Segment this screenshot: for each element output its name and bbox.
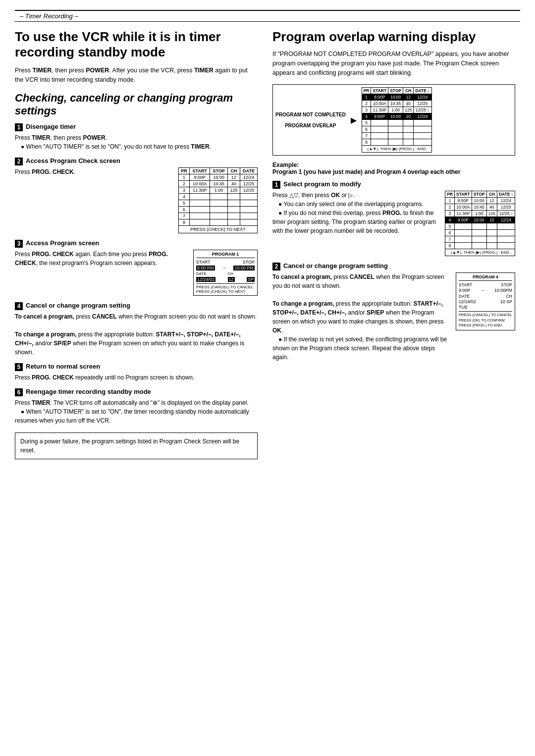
step-6-bullet: When "AUTO TIMER" is set to "ON", the ti… <box>15 408 249 424</box>
step-1-num: 1 <box>15 123 23 131</box>
prog1-title: PROGRAM 1 <box>196 252 255 258</box>
right-step-2: 2 Cancel or change program setting To ca… <box>272 262 515 362</box>
prog4-date-label: DATE <box>459 294 470 299</box>
pnc-text: PROGRAM NOT COMPLETEDPROGRAM OVERLAP <box>275 112 346 128</box>
right-overlap-note: (▲▼), THEN (▶) (PROG.) : END <box>445 249 515 256</box>
prog4-notes: PRESS (CANCEL) TO CANCEL PRESS (OK) TO C… <box>459 311 512 328</box>
prog4-title: PROGRAM 4 <box>459 274 512 281</box>
step-5-title: Return to normal screen <box>26 363 100 370</box>
program1-screen: PROGRAM 1 START STOP 8:00 PM → 10:00 PM … <box>193 250 258 296</box>
col-pr: PR <box>179 167 190 174</box>
right-step-1-bullet2: If you do not mind this overlap, press P… <box>272 210 436 234</box>
prog4-ch-label: CH <box>506 294 512 299</box>
step-3-body: Press PROG. CHECK again. Each time you p… <box>15 250 188 268</box>
step-1-body: Press TIMER, then press POWER. When "AUT… <box>15 133 258 151</box>
prog1-stop-val: 10:00 PM <box>233 266 255 270</box>
note-box-text: During a power failure, the program sett… <box>20 438 239 454</box>
check-table-note: PRESS (CHECK) TO NEXT <box>178 226 258 233</box>
step-3-num: 3 <box>15 240 23 248</box>
step-1: 1 Disengage timer Press TIMER, then pres… <box>15 123 258 151</box>
pnc-arrow: ▶ <box>351 115 357 125</box>
overlap-table: PR START STOP CH DATE ↕ 18:00P10:001212/… <box>362 87 432 146</box>
prog4-arrow: → <box>480 288 484 293</box>
prog1-notes: PRESS (CANCEL) TO CANCELPRESS (CHECK) TO… <box>196 283 255 294</box>
left-column: To use the VCR while it is in timer reco… <box>15 29 258 459</box>
prog1-ch-label: CH <box>228 271 234 276</box>
program4-screen-container: PROGRAM 4 START STOP 9:00P → 10:00PM DAT… <box>456 272 515 330</box>
step-6-body: Press TIMER. The VCR turns off automatic… <box>15 398 258 425</box>
step-2-title: Access Program Check screen <box>26 157 120 164</box>
right-step-1-num: 1 <box>272 181 280 189</box>
step-2-body: Press PROG. CHECK. <box>15 167 173 176</box>
step-2-num: 2 <box>15 158 23 165</box>
prog1-sp-val: SP <box>247 277 255 282</box>
step-1-title: Disengage timer <box>26 123 76 130</box>
col-ch: CH <box>227 167 240 174</box>
overlap-table-note: (▲▼), THEN (▶) (PROG.) : END <box>362 146 432 153</box>
right-overlap-table-container: PR START STOP CH DATE ↕ 18:00P10:001212/… <box>445 191 515 256</box>
example-section: Example: Program 1 (you have just made) … <box>272 162 515 175</box>
right-step-2-title: Cancel or change program setting <box>283 262 388 270</box>
step-6-title: Reengage timer recording standby mode <box>26 388 151 395</box>
step-3-title: Access Program screen <box>26 239 99 247</box>
prog4-date-val: 12/24/02 <box>459 299 476 304</box>
left-section-title: Checking, canceling or changing program … <box>15 92 258 118</box>
step-4-body: To cancel a program, press CANCEL when t… <box>15 312 258 357</box>
example-label: Example: <box>272 162 299 168</box>
right-step-2-body: To cancel a program, press CANCEL when t… <box>272 272 451 362</box>
check-table-container: PR START STOP CH DATE 18:00P10:001212/24… <box>178 167 258 233</box>
col-start: START <box>190 167 210 174</box>
top-banner: – Timer Recording – <box>15 10 520 22</box>
banner-text: – Timer Recording – <box>20 12 78 20</box>
prog1-date-val: 12/24/02 <box>196 277 215 282</box>
step-1-bullet: When "AUTO TIMER" is set to "ON", you do… <box>21 143 211 150</box>
example-text: Program 1 (you have just made) and Progr… <box>272 168 460 175</box>
prog1-ch-val: 12 <box>228 277 235 282</box>
step-6-num: 6 <box>15 388 23 396</box>
prog1-date-label: DATE <box>196 271 207 276</box>
right-main-title: Program overlap warning display <box>272 29 515 45</box>
step-5: 5 Return to normal screen Press PROG. CH… <box>15 363 258 382</box>
right-step-2-bullet: If the overlap is not yet solved, the co… <box>272 336 447 361</box>
right-step-1-body: Press △▽, then press OK or ▷. You can on… <box>272 191 440 235</box>
step-4-num: 4 <box>15 302 23 310</box>
pnc-box: PROGRAM NOT COMPLETEDPROGRAM OVERLAP ▶ P… <box>272 84 515 156</box>
left-main-title: To use the VCR while it is in timer reco… <box>15 29 258 60</box>
prog1-arrow: → <box>222 266 226 270</box>
prog4-ch-val: 10 SP <box>500 299 512 304</box>
step-2: 2 Access Program Check screen Press PROG… <box>15 157 258 233</box>
prog1-start-val: 8:00 PM <box>196 266 215 270</box>
note-box: During a power failure, the program sett… <box>15 432 258 459</box>
step-3: 3 Access Program screen Press PROG. CHEC… <box>15 239 258 296</box>
right-step-2-num: 2 <box>272 263 280 270</box>
prog4-stop-val: 10:00PM <box>494 288 512 293</box>
overlap-table-container: PR START STOP CH DATE ↕ 18:00P10:001212/… <box>362 87 432 153</box>
right-step-1-title: Select program to modify <box>283 180 361 188</box>
right-step-1: 1 Select program to modify Press △▽, the… <box>272 180 515 256</box>
right-intro: If "PROGRAM NOT COMPLETED PROGRAM OVERLA… <box>272 50 515 77</box>
program1-screen-container: PROGRAM 1 START STOP 8:00 PM → 10:00 PM … <box>193 250 258 296</box>
check-table: PR START STOP CH DATE 18:00P10:001212/24… <box>178 167 258 226</box>
right-overlap-table: PR START STOP CH DATE ↕ 18:00P10:001212/… <box>445 191 515 249</box>
step-4: 4 Cancel or change program setting To ca… <box>15 302 258 357</box>
prog4-start-label: START <box>459 282 472 287</box>
col-stop: STOP <box>210 167 228 174</box>
step-4-title: Cancel or change program setting <box>26 302 130 309</box>
prog4-start-val: 9:00P <box>459 288 471 293</box>
col-date: DATE <box>240 167 257 174</box>
right-step-1-bullet1: You can only select one of the overlappi… <box>278 201 424 208</box>
prog1-start-label: START <box>196 260 211 265</box>
step-5-body: Press PROG. CHECK repeatedly until no Pr… <box>15 373 258 382</box>
right-column: Program overlap warning display If "PROG… <box>272 29 515 459</box>
step-5-num: 5 <box>15 363 23 371</box>
prog1-stop-label: STOP <box>243 260 255 265</box>
prog4-stop-label: STOP <box>501 282 512 287</box>
step-6: 6 Reengage timer recording standby mode … <box>15 388 258 425</box>
left-intro: Press TIMER, then press POWER. After you… <box>15 66 258 85</box>
prog4-day: TUE <box>459 305 468 310</box>
program4-screen: PROGRAM 4 START STOP 9:00P → 10:00PM DAT… <box>456 272 515 330</box>
